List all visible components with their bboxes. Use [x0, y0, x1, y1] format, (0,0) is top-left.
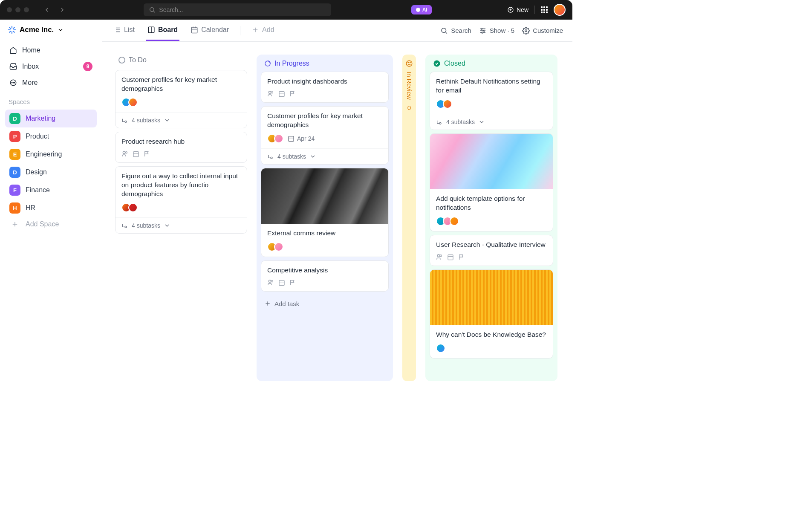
sidebar-space-product[interactable]: PProduct — [5, 127, 97, 145]
assignees[interactable] — [436, 99, 452, 109]
chevron-down-icon — [57, 26, 64, 33]
svg-point-16 — [13, 82, 14, 83]
user-avatar[interactable] — [554, 4, 566, 16]
sidebar-space-finance[interactable]: FFinance — [5, 181, 97, 199]
tab-calendar[interactable]: Calendar — [189, 20, 231, 41]
nav-more[interactable]: More — [5, 75, 97, 90]
svg-rect-52 — [279, 92, 284, 97]
svg-point-0 — [150, 8, 154, 12]
chevron-down-icon — [309, 153, 316, 160]
assignees[interactable] — [121, 203, 138, 212]
sidebar-space-hr[interactable]: HHR — [5, 199, 97, 217]
nav-inbox[interactable]: Inbox 9 — [5, 58, 97, 75]
svg-point-15 — [12, 82, 12, 83]
task-card[interactable]: Competitive analysis — [261, 260, 389, 292]
assignees[interactable] — [436, 344, 445, 353]
date-icon[interactable] — [133, 150, 139, 157]
column-in-progress: In Progress Product insight dashboards — [257, 55, 393, 381]
task-card[interactable]: Figure out a way to collect internal inp… — [115, 166, 247, 234]
subtask-icon — [267, 153, 274, 160]
nav-forward-button[interactable] — [56, 4, 68, 16]
assignees[interactable] — [436, 217, 459, 226]
subtasks-toggle[interactable]: 4 subtasks — [430, 114, 553, 130]
space-badge: F — [9, 185, 20, 196]
tab-list[interactable]: List — [112, 20, 136, 41]
subtasks-toggle[interactable]: 4 subtasks — [116, 217, 247, 233]
tab-add[interactable]: Add — [250, 20, 276, 41]
space-badge: P — [9, 131, 20, 142]
svg-rect-70 — [448, 254, 453, 260]
sidebar-space-design[interactable]: DDesign — [5, 163, 97, 181]
space-badge: D — [9, 167, 20, 178]
svg-rect-59 — [279, 280, 284, 285]
add-task-button[interactable]: Add task — [261, 295, 389, 312]
list-icon — [113, 26, 121, 34]
svg-point-57 — [269, 280, 271, 282]
add-space-button[interactable]: Add Space — [5, 217, 97, 231]
global-search[interactable]: Search... — [144, 3, 331, 16]
flag-icon[interactable] — [289, 90, 296, 97]
sliders-icon — [479, 27, 487, 35]
flag-icon[interactable] — [289, 279, 296, 286]
inbox-icon — [9, 63, 17, 70]
task-card[interactable]: External comms review — [261, 168, 389, 257]
svg-line-11 — [13, 31, 14, 32]
flag-icon[interactable] — [458, 254, 465, 260]
sidebar: Acme Inc. Home Inbox 9 More Spaces DMark… — [0, 20, 102, 381]
svg-point-67 — [439, 122, 441, 124]
column-in-review-collapsed[interactable]: In Review 0 — [402, 55, 416, 381]
task-card[interactable]: Customer profiles for key market demogra… — [261, 106, 389, 165]
workspace-switcher[interactable]: Acme Inc. — [5, 26, 97, 34]
assignee-icon[interactable] — [267, 90, 274, 97]
apps-button[interactable] — [541, 6, 548, 13]
task-card[interactable]: Rethink Default Notifications setting fo… — [430, 72, 553, 130]
due-date[interactable]: Apr 24 — [288, 135, 315, 142]
sidebar-space-marketing[interactable]: DMarketing — [5, 110, 97, 127]
assignee-icon[interactable] — [267, 279, 274, 286]
flag-icon[interactable] — [144, 150, 150, 157]
subtasks-toggle[interactable]: 4 subtasks — [116, 112, 247, 128]
inbox-badge: 9 — [83, 62, 92, 71]
task-card[interactable]: Add quick template options for notificat… — [430, 133, 553, 231]
workspace-logo-icon — [8, 26, 16, 34]
date-icon[interactable] — [278, 90, 285, 97]
column-header-todo[interactable]: To Do — [115, 55, 247, 70]
home-icon — [9, 46, 17, 54]
date-icon[interactable] — [447, 254, 454, 260]
svg-rect-54 — [289, 136, 294, 141]
space-badge: H — [9, 202, 20, 214]
sidebar-space-engineering[interactable]: EEngineering — [5, 145, 97, 163]
svg-point-48 — [125, 226, 127, 228]
chevron-down-icon — [478, 119, 485, 125]
plus-icon — [11, 220, 19, 228]
assignees[interactable] — [267, 242, 283, 252]
search-button[interactable]: Search — [440, 27, 471, 35]
assignee-icon[interactable] — [121, 150, 128, 157]
svg-point-44 — [123, 151, 125, 153]
assignees[interactable] — [121, 98, 138, 107]
svg-point-40 — [483, 30, 485, 31]
ai-button[interactable]: AI — [411, 5, 432, 14]
plus-icon — [251, 26, 259, 34]
tab-board[interactable]: Board — [146, 20, 179, 41]
date-icon[interactable] — [278, 279, 285, 286]
subtasks-toggle[interactable]: 4 subtasks — [261, 148, 388, 164]
task-card[interactable]: Product insight dashboards — [261, 72, 389, 103]
nav-back-button[interactable] — [41, 4, 53, 16]
nav-home[interactable]: Home — [5, 43, 97, 58]
task-card[interactable]: Customer profiles for key market demogra… — [115, 70, 247, 128]
show-button[interactable]: Show · 5 — [479, 27, 514, 35]
task-card[interactable]: Why can't Docs be Knowledge Base? — [430, 269, 553, 359]
task-card[interactable]: User Research - Qualitative Interview — [430, 235, 553, 266]
assignee-icon[interactable] — [436, 254, 443, 260]
space-badge: E — [9, 149, 20, 160]
column-header-closed[interactable]: Closed — [430, 59, 553, 72]
new-button[interactable]: New — [507, 6, 528, 13]
column-header-in-progress[interactable]: In Progress — [261, 59, 389, 72]
customize-button[interactable]: Customize — [522, 27, 563, 35]
task-card[interactable]: Product research hub — [115, 132, 247, 163]
status-circle-icon — [118, 57, 125, 64]
svg-point-2 — [416, 8, 420, 12]
assignees[interactable] — [267, 134, 283, 143]
topbar: Search... AI New — [0, 0, 572, 20]
